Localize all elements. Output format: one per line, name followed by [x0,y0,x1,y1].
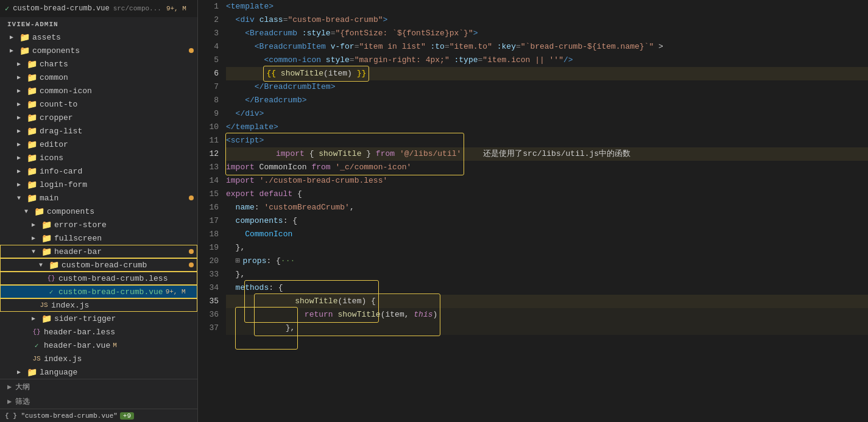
tree-item-main-components[interactable]: ▼ 📁 components [0,205,197,218]
code-token: = [331,27,336,40]
code-line-12: import { showTitle } from '@/libs/util' … [226,147,868,161]
tree-label: header-bar.vue [44,341,110,350]
tree-item-login-form[interactable]: ▶ 📁 login-form [0,178,197,191]
tree-label: info-card [40,167,82,176]
ln-8: 8 [198,94,219,107]
ln-17: 17 [198,214,219,228]
code-token [226,107,236,121]
tree-item-custom-bread-crumb-vue[interactable]: ✓ custom-bread-crumb.vue 9+, M [0,285,197,298]
code-line-18: CommonIcon [226,228,868,241]
code-container[interactable]: 1 2 3 4 5 6 7 8 9 10 11 12 13 14 15 16 1… [198,0,868,422]
code-token: export default [226,188,292,201]
tree-item-sider-trigger[interactable]: ▶ 📁 sider-trigger [0,312,197,325]
sidebar-bottom: ▶ 大纲 ▶ 筛选 [0,379,197,409]
code-token: CommonIcon [245,228,292,241]
code-token [226,214,236,228]
filter-label: 筛选 [15,396,30,407]
tree-item-charts[interactable]: ▶ 📁 charts [0,57,197,71]
code-token: }, [286,323,295,332]
code-token [226,13,236,27]
folder-icon: 📁 [27,99,37,110]
code-token: './custom-bread-crumb.less' [259,174,388,188]
tree-item-error-store[interactable]: ▶ 📁 error-store [0,218,197,231]
tree-item-header-bar-vue[interactable]: ✓ header-bar.vue M [0,339,197,352]
ln-1: 1 [198,0,219,13]
less-file-icon: {} [46,275,56,282]
code-token [331,161,336,174]
code-token: </template> [226,121,278,134]
tree-label: custom-bread-crumb.vue [58,287,163,297]
code-token: : { [266,255,280,268]
tree-item-icons[interactable]: ▶ 📁 icons [0,151,197,164]
tree-label: charts [40,60,68,69]
folder-icon: 📁 [41,220,52,230]
tree-item-common[interactable]: ▶ 📁 common [0,71,197,84]
ln-12: 12 [198,147,219,161]
tree-item-drag-list[interactable]: ▶ 📁 drag-list [0,124,197,138]
tab-badge: 9+, M [166,5,186,12]
code-token: { [292,188,302,201]
code-token [226,27,245,40]
arrow-icon: ▶ [17,141,27,148]
tree-label: header-bar.less [44,328,115,337]
expand-icon[interactable]: ⊞ [236,255,241,268]
status-bar: { } "custom-bread-crumb.vue" +9 [0,409,197,422]
arrow-icon: ▶ [32,234,41,242]
code-token: > [473,27,478,40]
tree-item-components[interactable]: ▶ 📁 components [0,44,197,57]
tree-item-index-js-inner[interactable]: JS index.js [0,298,197,312]
tree-label: custom-bread-crumb.less [58,274,168,283]
code-token: = [355,40,359,54]
code-token: /> [563,54,573,67]
code-token [426,40,431,54]
tab-filename: custom-bread-crumb.vue [13,4,109,13]
tree-item-fullscreen[interactable]: ▶ 📁 fullscreen [0,231,197,245]
tree-item-custom-bread-crumb[interactable]: ▼ 📁 custom-bread-crumb [0,258,197,272]
code-token: > [654,40,663,54]
tree-item-index-js[interactable]: JS index.js [0,352,197,365]
code-lines: <template> <div class="custom-bread-crum… [224,0,868,422]
code-token [276,69,281,78]
outline-section[interactable]: ▶ 大纲 [0,379,197,394]
code-token: v-for [331,40,355,54]
tree-item-assets[interactable]: ▶ 📁 assets [0,30,197,44]
tree-label: language [40,368,77,377]
tab-path: src/compo... [113,5,161,12]
arrow-icon: ▶ [32,221,41,228]
filter-section[interactable]: ▶ 筛选 [0,394,197,409]
ln-10: 10 [198,121,219,134]
tree-label: main [40,194,58,203]
tree-item-header-bar[interactable]: ▼ 📁 header-bar [0,245,197,258]
code-token: </div> [236,107,264,121]
tree-item-custom-bread-crumb-less[interactable]: {} custom-bread-crumb.less [0,272,197,285]
tree-item-info-card[interactable]: ▶ 📁 info-card [0,164,197,178]
arrow-icon: ▶ [32,315,41,322]
code-token: props [242,255,266,268]
arrow-icon: ▶ [17,127,27,135]
tree-item-editor[interactable]: ▶ 📁 editor [0,138,197,151]
code-token: = [445,40,450,54]
tree-item-main[interactable]: ▼ 📁 main [0,191,197,205]
modified-dot [189,48,194,53]
folder-icon: 📁 [27,86,37,96]
code-token: <BreadcrumbItem [255,40,331,54]
code-token: <Breadcrumb [245,27,302,40]
code-token: '@/libs/util' [400,149,461,158]
file-badge: 9+, M [166,288,186,295]
file-badge: M [113,342,117,349]
tree-item-header-bar-less[interactable]: {} header-bar.less [0,325,197,339]
editor-tab[interactable]: ✓ custom-bread-crumb.vue src/compo... 9+… [0,0,197,17]
arrow-right-icon: ▶ [7,382,12,392]
code-token: :key [497,40,516,54]
tree-item-common-icon[interactable]: ▶ 📁 common-icon [0,84,197,97]
folder-icon: 📁 [34,206,44,217]
tree-item-count-to[interactable]: ▶ 📁 count-to [0,97,197,111]
tree-label: common-icon [40,86,92,96]
file-tree[interactable]: ▶ 📁 assets ▶ 📁 components ▶ 📁 charts ▶ 📁… [0,30,197,379]
folder-icon: 📁 [27,59,37,69]
tree-item-language[interactable]: ▶ 📁 language [0,365,197,379]
arrow-icon: ▶ [10,47,19,54]
code-token: : { [283,214,297,228]
folder-icon: 📁 [49,260,59,270]
tree-item-cropper[interactable]: ▶ 📁 cropper [0,111,197,124]
